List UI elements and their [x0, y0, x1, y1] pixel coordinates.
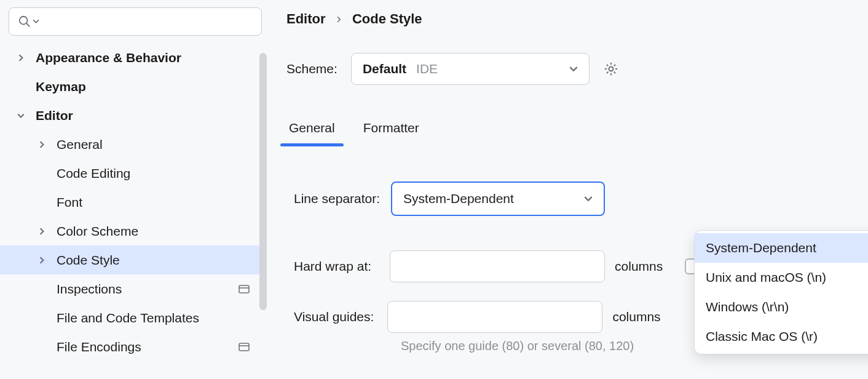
project-override-icon	[239, 285, 250, 293]
breadcrumb: Editor › Code Style	[286, 11, 852, 27]
chevron-down-icon	[584, 191, 593, 206]
option-label: Unix and macOS (\n)	[706, 270, 826, 285]
sidebar-item-inspections[interactable]: Inspections	[0, 274, 267, 303]
settings-tree: Appearance & Behavior Keymap Editor Gene…	[0, 43, 267, 361]
line-separator-value: System-Dependent	[403, 191, 514, 206]
line-separator-dropdown: System-Dependent Unix and macOS (\n) Win…	[694, 230, 868, 354]
line-separator-label: Line separator:	[294, 191, 380, 206]
tabs: General Formatter	[286, 121, 852, 147]
settings-sidebar: Appearance & Behavior Keymap Editor Gene…	[0, 0, 267, 379]
dropdown-option-unix-macos[interactable]: Unix and macOS (\n)	[695, 263, 868, 292]
sidebar-item-label: General	[57, 137, 103, 152]
hard-wrap-input[interactable]	[390, 250, 605, 282]
option-label: Classic Mac OS (\r)	[706, 329, 818, 344]
sidebar-item-file-encodings[interactable]: File Encodings	[0, 332, 267, 361]
scheme-label: Scheme:	[286, 62, 337, 76]
tab-formatter[interactable]: Formatter	[361, 121, 422, 146]
chevron-down-icon	[15, 112, 27, 119]
search-dropdown-icon[interactable]	[33, 16, 39, 27]
hard-wrap-label: Hard wrap at:	[294, 259, 371, 274]
hard-wrap-unit: columns	[615, 259, 663, 274]
scheme-select[interactable]: Default IDE	[351, 53, 590, 85]
sidebar-item-label: File and Code Templates	[57, 311, 199, 325]
sidebar-item-file-and-code-templates[interactable]: File and Code Templates	[0, 303, 267, 332]
sidebar-item-label: Keymap	[36, 79, 86, 94]
dropdown-option-system-dependent[interactable]: System-Dependent	[695, 233, 868, 263]
sidebar-item-editor[interactable]: Editor	[0, 101, 267, 130]
line-separator-row: Line separator: System-Dependent	[294, 182, 852, 216]
search-input[interactable]	[41, 14, 253, 30]
breadcrumb-code-style: Code Style	[352, 11, 422, 27]
scheme-value: Default	[363, 62, 406, 76]
tab-general[interactable]: General	[286, 121, 337, 146]
tab-label: Formatter	[363, 121, 419, 135]
svg-rect-2	[239, 285, 249, 293]
svg-point-6	[609, 67, 613, 71]
option-label: System-Dependent	[706, 241, 816, 255]
scheme-actions-button[interactable]	[603, 53, 619, 85]
svg-rect-4	[239, 343, 249, 351]
chevron-down-icon	[569, 62, 578, 76]
search-container	[0, 7, 267, 43]
scheme-suffix: IDE	[416, 62, 438, 76]
sidebar-item-general[interactable]: General	[0, 130, 267, 159]
svg-point-0	[20, 17, 28, 25]
sidebar-item-label: Font	[57, 195, 82, 210]
chevron-right-icon	[36, 141, 48, 148]
sidebar-item-code-editing[interactable]: Code Editing	[0, 159, 267, 188]
option-label: Windows (\r\n)	[706, 300, 789, 314]
chevron-right-icon	[36, 228, 48, 235]
search-box[interactable]	[9, 7, 262, 36]
visual-guides-label: Visual guides:	[294, 309, 374, 324]
sidebar-item-label: Appearance & Behavior	[36, 50, 181, 65]
project-override-icon	[239, 343, 250, 351]
dropdown-option-windows[interactable]: Windows (\r\n)	[695, 292, 868, 322]
sidebar-item-color-scheme[interactable]: Color Scheme	[0, 217, 267, 245]
scheme-row: Scheme: Default IDE	[286, 53, 852, 85]
sidebar-scrollbar[interactable]	[259, 53, 267, 310]
sidebar-item-label: Editor	[36, 108, 73, 123]
sidebar-item-appearance-behavior[interactable]: Appearance & Behavior	[0, 43, 267, 72]
sidebar-item-label: Color Scheme	[57, 224, 138, 239]
main-panel: Editor › Code Style Scheme: Default IDE …	[267, 0, 868, 379]
sidebar-item-label: Code Style	[57, 253, 120, 268]
tab-label: General	[289, 121, 335, 135]
line-separator-select[interactable]: System-Dependent	[391, 182, 605, 216]
dropdown-option-classic-mac[interactable]: Classic Mac OS (\r)	[695, 322, 868, 351]
visual-guides-unit: columns	[612, 309, 660, 324]
chevron-right-icon	[15, 54, 27, 62]
sidebar-item-label: Code Editing	[57, 166, 130, 181]
sidebar-item-code-style[interactable]: Code Style	[0, 245, 267, 274]
chevron-right-icon: ›	[337, 11, 341, 27]
sidebar-item-font[interactable]: Font	[0, 188, 267, 217]
sidebar-item-label: Inspections	[57, 282, 122, 297]
search-icon	[18, 15, 31, 28]
svg-line-1	[26, 23, 30, 26]
sidebar-item-keymap[interactable]: Keymap	[0, 72, 267, 101]
sidebar-item-label: File Encodings	[57, 340, 141, 354]
breadcrumb-editor[interactable]: Editor	[286, 11, 326, 27]
chevron-right-icon	[36, 257, 48, 264]
visual-guides-input[interactable]	[387, 301, 602, 333]
